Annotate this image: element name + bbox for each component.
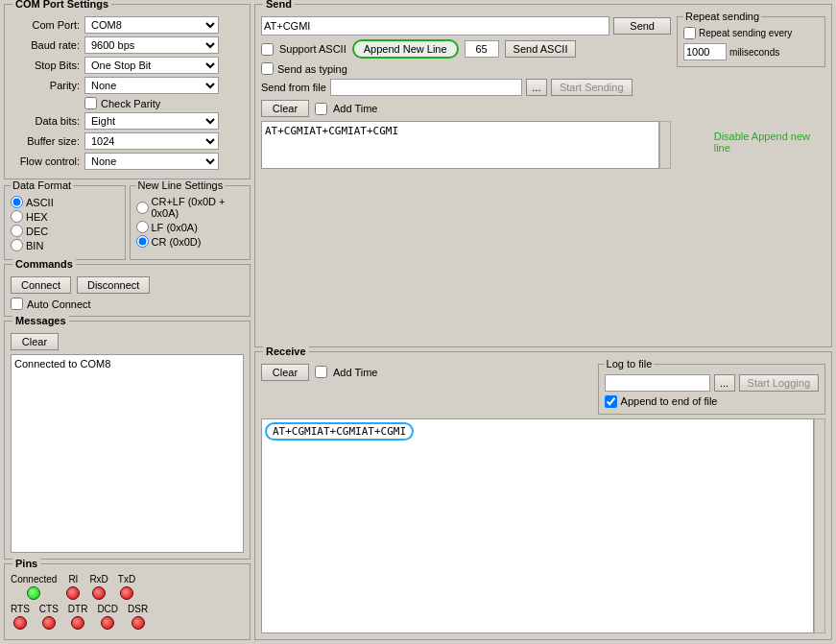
pins-title: Pins [12,558,40,569]
support-ascii-label: Support ASCII [279,43,346,55]
new-line-settings-group: New Line Settings CR+LF (0x0D + 0x0A) LF… [130,185,251,260]
parity-label: Parity: [11,80,80,91]
data-format-group: Data Format ASCII HEX DEC BIN [4,185,126,260]
pin-rts-label: RTS [11,604,30,614]
log-path-input[interactable] [605,374,710,392]
hex-radio[interactable] [11,210,23,223]
parity-select[interactable]: None [84,77,219,94]
disable-append-label: Disable Append new line [714,131,810,154]
cr-label: CR (0x0D) [152,236,202,248]
com-port-label: Com Port: [11,19,80,31]
commands-title: Commands [12,258,76,270]
messages-group: Messages Clear Connected to COM8 [4,321,251,560]
send-from-file-label: Send from file [261,82,326,93]
send-as-typing-label: Send as typing [277,63,347,75]
pin-txd: TxD [118,574,135,600]
receive-area: AT+CGMIAT+CGMIAT+CGMI [261,418,814,633]
stop-bits-label: Stop Bits: [11,60,80,71]
repeat-sending-group: Repeat sending Repeat sending every mili… [677,16,825,67]
hex-label: HEX [26,211,48,223]
send-clear-button[interactable]: Clear [261,100,309,117]
append-new-line-button[interactable]: Append New Line [352,39,459,59]
send-add-time-checkbox[interactable] [315,103,327,115]
buffer-size-select[interactable]: 1024 [84,132,219,150]
crlf-label: CR+LF (0x0D + 0x0A) [152,196,245,219]
lf-label: LF (0x0A) [152,222,198,233]
pin-dtr-led [71,616,84,630]
start-logging-button[interactable]: Start Logging [739,374,819,392]
pin-cts-led [42,616,56,630]
send-ascii-button[interactable]: Send ASCII [505,40,577,58]
send-group: Send Send Support ASCII Append New Line [254,4,832,347]
pin-dsr: DSR [128,604,148,630]
send-file-browse-button[interactable]: ... [526,79,547,96]
pin-cts-label: CTS [39,604,59,614]
disconnect-button[interactable]: Disconnect [77,276,150,294]
pin-cts: CTS [39,604,59,630]
data-format-title: Data Format [11,179,73,191]
pin-dsr-label: DSR [128,604,148,614]
bin-label: BIN [26,240,43,251]
data-bits-label: Data bits: [11,115,80,127]
support-ascii-checkbox[interactable] [261,43,274,56]
pin-rxd: RxD [89,574,107,600]
lf-radio[interactable] [136,221,149,233]
send-text-content: AT+CGMIAT+CGMIAT+CGMI [265,125,398,137]
connect-button[interactable]: Connect [11,276,71,294]
send-as-typing-checkbox[interactable] [261,62,274,75]
log-browse-button[interactable]: ... [714,374,735,392]
char-count-input[interactable] [465,40,499,58]
pin-rxd-label: RxD [89,574,107,584]
dec-radio[interactable] [11,225,23,237]
pin-rts-led [13,616,27,630]
com-port-select[interactable]: COM8 [84,16,219,34]
auto-connect-label: Auto Connect [27,298,91,310]
cr-radio[interactable] [136,235,149,248]
pin-dcd-label: DCD [97,604,118,614]
new-line-settings-title: New Line Settings [136,179,226,191]
send-file-path-input[interactable] [330,79,522,96]
stop-bits-select[interactable]: One Stop Bit [84,57,219,74]
com-port-settings-title: COM Port Settings [12,0,111,10]
ascii-radio[interactable] [11,196,23,208]
receive-clear-button[interactable]: Clear [261,364,309,381]
send-button[interactable]: Send [613,17,671,35]
pin-txd-label: TxD [118,574,135,584]
data-bits-select[interactable]: Eight [84,112,219,130]
receive-title: Receive [263,346,309,357]
messages-clear-button[interactable]: Clear [11,333,59,350]
pin-dcd-led [101,616,114,630]
dec-label: DEC [26,226,48,237]
pin-connected-led [27,586,40,600]
receive-scrollbar[interactable] [814,418,825,633]
flow-control-label: Flow control: [11,155,80,167]
flow-control-select[interactable]: None [84,153,219,170]
pin-txd-led [120,586,133,600]
send-title: Send [263,0,295,10]
repeat-sending-checkbox[interactable] [683,27,696,39]
append-to-file-checkbox[interactable] [605,395,617,408]
log-to-file-group: Log to file ... Start Logging Append to … [598,364,825,415]
crlf-radio[interactable] [136,202,149,214]
pin-rts: RTS [11,604,30,630]
pin-dcd: DCD [97,604,118,630]
check-parity-checkbox[interactable] [84,97,97,109]
start-sending-button[interactable]: Start Sending [551,79,633,96]
send-add-time-label: Add Time [333,103,377,114]
auto-connect-checkbox[interactable] [11,298,23,310]
send-text-area: AT+CGMIAT+CGMIAT+CGMI [261,121,659,169]
repeat-interval-input[interactable] [683,43,727,60]
check-parity-label: Check Parity [101,98,160,109]
baud-rate-label: Baud rate: [11,39,80,51]
receive-group: Receive Clear Add Time Log to file ... [254,351,832,640]
pin-rxd-led [92,586,106,600]
send-scrollbar[interactable] [659,121,671,169]
pins-row1: Connected RI RxD TxD [11,574,244,600]
pin-dtr-label: DTR [68,604,88,614]
baud-rate-select[interactable]: 9600 bps [84,36,219,54]
commands-group: Commands Connect Disconnect Auto Connect [4,264,251,317]
send-input[interactable] [261,16,609,36]
pin-connected: Connected [11,574,57,600]
receive-add-time-checkbox[interactable] [315,366,327,378]
bin-radio[interactable] [11,239,23,251]
